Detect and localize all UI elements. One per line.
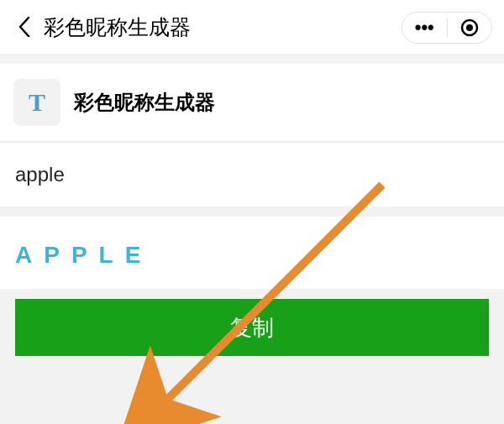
svg-point-1: [466, 24, 473, 31]
header: 彩色昵称生成器 •••: [0, 0, 504, 54]
page-title: 彩色昵称生成器: [44, 13, 191, 41]
spacer: [0, 289, 504, 299]
more-icon: •••: [415, 17, 434, 39]
app-icon: T: [13, 79, 60, 126]
generated-nickname: APPLE: [0, 217, 504, 289]
menu-button[interactable]: •••: [402, 17, 447, 39]
input-value: apple: [15, 163, 65, 186]
chevron-left-icon: [17, 15, 34, 39]
app-info-card[interactable]: T 彩色昵称生成器: [0, 64, 504, 142]
output-text: APPLE: [15, 242, 152, 268]
spacer: [0, 207, 504, 217]
nickname-input[interactable]: apple: [0, 142, 504, 207]
spacer: [0, 54, 504, 64]
copy-label: 复制: [230, 313, 274, 343]
copy-button[interactable]: 复制: [15, 299, 489, 356]
target-icon: [460, 18, 479, 37]
capsule-actions: •••: [402, 12, 492, 44]
back-button[interactable]: [10, 12, 40, 42]
close-button[interactable]: [448, 18, 492, 37]
app-name: 彩色昵称生成器: [74, 89, 215, 116]
